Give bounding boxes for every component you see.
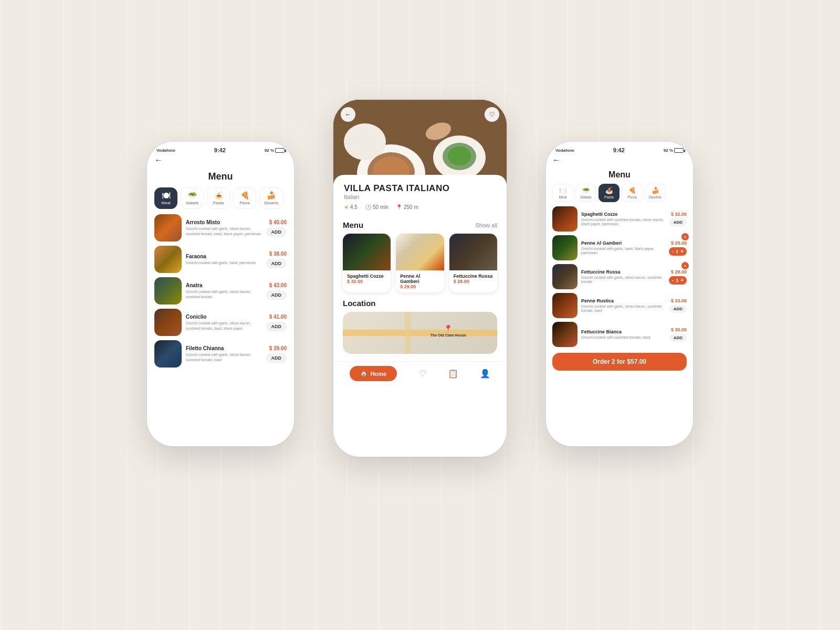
food-name-faraona: Faraona bbox=[186, 254, 262, 259]
food-image-anatra bbox=[154, 277, 182, 304]
map-placeholder[interactable]: 📍 The Old Clam House bbox=[343, 312, 497, 354]
card-name-penne: Penne Al Gamberi bbox=[400, 274, 439, 284]
add-btn-coniclio[interactable]: ADD bbox=[266, 322, 287, 331]
nav-favorites-button[interactable]: ♡ bbox=[419, 369, 426, 379]
r-cat-tab-meal[interactable]: 🍽️ Meal bbox=[552, 184, 573, 202]
r-cat-label-pizza: Pizza bbox=[627, 195, 636, 199]
hero-back-button[interactable]: ← bbox=[341, 107, 355, 122]
battery-icon bbox=[275, 148, 285, 153]
r-food-name-fettuccine-russa: Fettuccine Russa bbox=[581, 269, 665, 275]
food-desc-anatra: Gnochi cooked with garlic, slices bacon,… bbox=[186, 289, 262, 299]
r-cat-label-salads: Salads bbox=[580, 195, 591, 199]
r-counter-fettuccine: - 1 + bbox=[669, 276, 687, 285]
r-decrement-penne[interactable]: - bbox=[672, 249, 674, 254]
food-right-anatra: $ 43.00 ADD bbox=[266, 282, 287, 300]
hero-image: ← ♡ VILLA PASTA ITALIANO Italian ★ 4.5 🕐… bbox=[333, 100, 507, 215]
r-decrement-fettuccine[interactable]: - bbox=[672, 278, 674, 283]
right-battery-icon bbox=[674, 148, 684, 153]
r-food-img-spaghetti bbox=[552, 206, 578, 232]
r-food-right-fettuccine-bianca: $ 30.00 ADD bbox=[669, 327, 687, 342]
cat-tab-pizza[interactable]: 🍕 Pizza bbox=[233, 187, 256, 209]
r-add-btn-penne-rustica[interactable]: ADD bbox=[669, 305, 687, 313]
cat-label-pasta: Pasta bbox=[213, 201, 224, 205]
phones-container: Vodafone 9:42 92 % ← Menu 🍽️ Meal 🥗 Sala… bbox=[131, 79, 709, 551]
r-food-price-spaghetti: $ 32.00 bbox=[671, 212, 687, 217]
cat-tab-meal[interactable]: 🍽️ Meal bbox=[154, 187, 177, 209]
menu-card-penne[interactable]: Penne Al Gamberi $ 29.00 bbox=[396, 234, 444, 292]
add-btn-arrosto[interactable]: ADD bbox=[266, 227, 287, 237]
menu-section-title: Menu bbox=[343, 220, 363, 229]
right-menu-title: Menu bbox=[552, 170, 687, 180]
r-food-right-fettuccine-russa: $ 28.00 - 1 + bbox=[669, 269, 687, 285]
nav-home-label: Home bbox=[371, 371, 387, 377]
r-add-btn-spaghetti[interactable]: ADD bbox=[669, 218, 687, 226]
r-food-img-penne-rustica bbox=[552, 293, 578, 318]
r-food-desc-fettuccine-russa: Gnochi cooked with garlic, slices bacon,… bbox=[581, 276, 665, 285]
nav-orders-button[interactable]: 📋 bbox=[448, 369, 458, 379]
menu-item-row: Faraona Gnochi cooked with garlic, basil… bbox=[154, 246, 287, 273]
cat-label-meal: Meal bbox=[161, 201, 170, 205]
add-btn-faraona[interactable]: ADD bbox=[266, 259, 287, 268]
r-food-price-fettuccine-bianca: $ 30.00 bbox=[671, 327, 687, 332]
map-road-vertical bbox=[405, 312, 411, 354]
r-increment-penne[interactable]: + bbox=[680, 249, 684, 254]
hero-favorite-button[interactable]: ♡ bbox=[485, 107, 499, 122]
r-close-badge-penne[interactable]: × bbox=[681, 233, 689, 240]
location-section-header: Location bbox=[343, 299, 497, 308]
map-pin: 📍 The Old Clam House bbox=[430, 324, 466, 337]
menu-card-img-fettuccine bbox=[449, 234, 497, 270]
delivery-time: 🕐 50 min bbox=[365, 204, 388, 210]
r-cat-tab-deserts[interactable]: 🍰 Deserts bbox=[645, 184, 666, 202]
food-name-arrosto: Arrosto Misto bbox=[186, 219, 262, 225]
map-pin-icon: 📍 bbox=[444, 324, 453, 333]
nav-profile-button[interactable]: 👤 bbox=[480, 369, 490, 379]
nav-home-button[interactable]: 🏠 Home bbox=[350, 366, 397, 381]
left-category-tabs: 🍽️ Meal 🥗 Salads 🍝 Pasta 🍕 Pizza 🍰 bbox=[154, 187, 287, 209]
menu-card-fettuccine[interactable]: Fettuccine Russa $ 28.00 bbox=[449, 234, 497, 292]
food-right-coniclio: $ 41.00 ADD bbox=[266, 314, 287, 331]
menu-card-info-fettuccine: Fettuccine Russa $ 28.00 bbox=[449, 270, 497, 287]
orders-icon: 📋 bbox=[448, 369, 458, 379]
left-time: 9:42 bbox=[214, 147, 226, 153]
right-status-bar: Vodafone 9:42 92 % bbox=[546, 142, 693, 155]
svg-point-10 bbox=[448, 146, 471, 165]
right-battery: 92 % bbox=[664, 148, 684, 153]
food-image-arrosto bbox=[154, 214, 182, 242]
r-close-badge-fettuccine[interactable]: × bbox=[681, 262, 689, 269]
cat-tab-pasta[interactable]: 🍝 Pasta bbox=[207, 187, 230, 209]
r-pasta-icon: 🍝 bbox=[605, 187, 613, 194]
r-cat-tab-salads[interactable]: 🥗 Salads bbox=[575, 184, 596, 202]
add-btn-anatra[interactable]: ADD bbox=[266, 290, 287, 300]
menu-card-info-penne: Penne Al Gamberi $ 29.00 bbox=[396, 270, 444, 292]
r-menu-item-fettuccine-russa: × Fettuccine Russa Gnochi cooked with ga… bbox=[552, 264, 687, 289]
food-right-faraona: $ 38.00 ADD bbox=[266, 251, 287, 268]
r-food-right-penne-rustica: $ 33.00 ADD bbox=[669, 298, 687, 313]
card-name-fettuccine: Fettuccine Russa bbox=[454, 274, 493, 279]
right-screen-content: ← Menu 🍽️ Meal 🥗 Salads 🍝 Pasta 🍕 Pizza bbox=[546, 155, 693, 371]
r-food-right-penne-gamberi: $ 29.00 - 1 + bbox=[669, 240, 687, 256]
r-cat-tab-pasta[interactable]: 🍝 Pasta bbox=[598, 184, 620, 202]
right-back-button[interactable]: ← bbox=[552, 155, 561, 165]
order-button[interactable]: Order 2 for $57.00 bbox=[552, 353, 687, 371]
pizza-icon: 🍕 bbox=[240, 191, 249, 200]
show-all-button[interactable]: Show all bbox=[475, 222, 497, 228]
restaurant-distance: 📍 250 m bbox=[396, 204, 418, 210]
svg-point-6 bbox=[344, 123, 386, 160]
r-food-name-penne-gamberi: Penne Al Gamberi bbox=[581, 240, 665, 246]
r-cat-tab-pizza[interactable]: 🍕 Pizza bbox=[622, 184, 643, 202]
menu-card-spaghetti[interactable]: Spaghetti Cozze $ 32.00 bbox=[343, 234, 391, 292]
r-add-btn-fettuccine-bianca[interactable]: ADD bbox=[669, 334, 687, 342]
r-counter-penne-gamberi: - 1 + bbox=[669, 247, 687, 256]
cat-tab-salads[interactable]: 🥗 Salads bbox=[181, 187, 204, 209]
r-food-info-spaghetti: Spaghetti Cozze Gnochi cooked with sundr… bbox=[581, 212, 666, 227]
add-btn-filetto[interactable]: ADD bbox=[266, 353, 287, 363]
r-increment-fettuccine[interactable]: + bbox=[680, 278, 684, 283]
left-back-button[interactable]: ← bbox=[154, 155, 163, 165]
food-info-anatra: Anatra Gnochi cooked with garlic, slices… bbox=[186, 282, 262, 299]
r-food-name-penne-rustica: Penne Rustica bbox=[581, 298, 666, 303]
cat-tab-deserts[interactable]: 🍰 Deserts bbox=[259, 187, 284, 209]
food-image-coniclio bbox=[154, 309, 182, 336]
r-food-price-penne-gamberi: $ 29.00 bbox=[671, 240, 687, 246]
r-food-price-penne-rustica: $ 33.00 bbox=[671, 298, 687, 303]
salads-icon: 🥗 bbox=[188, 191, 197, 200]
